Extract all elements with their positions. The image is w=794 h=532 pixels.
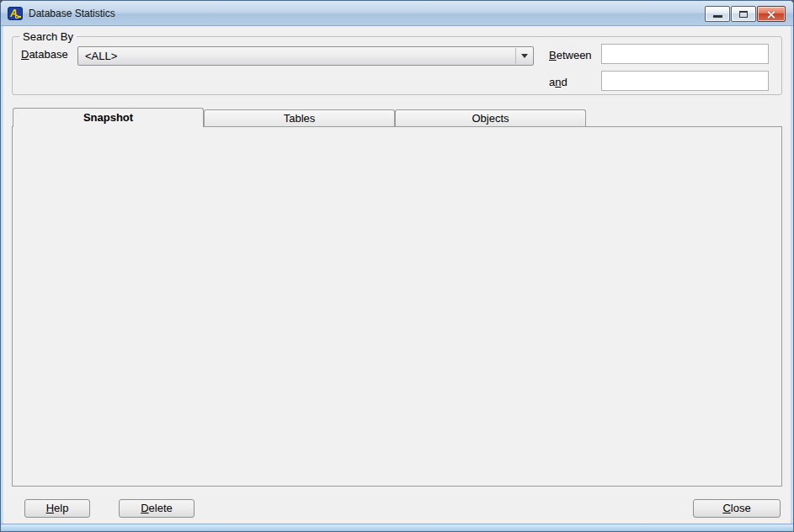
close-button[interactable]: Close: [693, 499, 781, 518]
and-label: and: [549, 76, 568, 88]
delete-button[interactable]: Delete: [119, 499, 195, 518]
tab-snapshot[interactable]: Snapshot: [13, 108, 204, 127]
search-by-group: Search By Database <ALL> Between and: [12, 36, 782, 95]
between-input[interactable]: [601, 44, 769, 64]
window-frame-left: [1, 26, 3, 524]
and-input[interactable]: [601, 71, 769, 91]
access-app-icon: A: [8, 6, 23, 21]
maximize-icon: [739, 11, 748, 18]
window-frame-bottom: [1, 524, 793, 531]
close-window-button[interactable]: [757, 6, 786, 22]
tabstrip: Snapshot Tables Objects: [13, 108, 586, 127]
dropdown-button[interactable]: [515, 48, 532, 64]
window-title: Database Statistics: [29, 8, 115, 19]
chevron-down-icon: [521, 54, 528, 58]
window-frame-right: [791, 26, 793, 524]
database-combobox[interactable]: <ALL>: [77, 46, 534, 66]
database-combo-label: Database: [21, 48, 68, 61]
tab-objects[interactable]: Objects: [395, 109, 586, 126]
snapshot-tab-panel: [12, 126, 782, 487]
maximize-button[interactable]: [731, 6, 756, 22]
minimize-button[interactable]: [705, 6, 730, 22]
dialog-window: A Database Statistics Search By Database…: [0, 0, 794, 532]
between-label: Between: [549, 49, 592, 61]
database-combobox-value: <ALL>: [85, 50, 117, 62]
tab-tables[interactable]: Tables: [204, 109, 395, 126]
help-button[interactable]: Help: [24, 499, 90, 518]
minimize-icon: [713, 15, 722, 18]
titlebar[interactable]: A Database Statistics: [1, 1, 793, 26]
search-by-legend: Search By: [19, 30, 77, 43]
